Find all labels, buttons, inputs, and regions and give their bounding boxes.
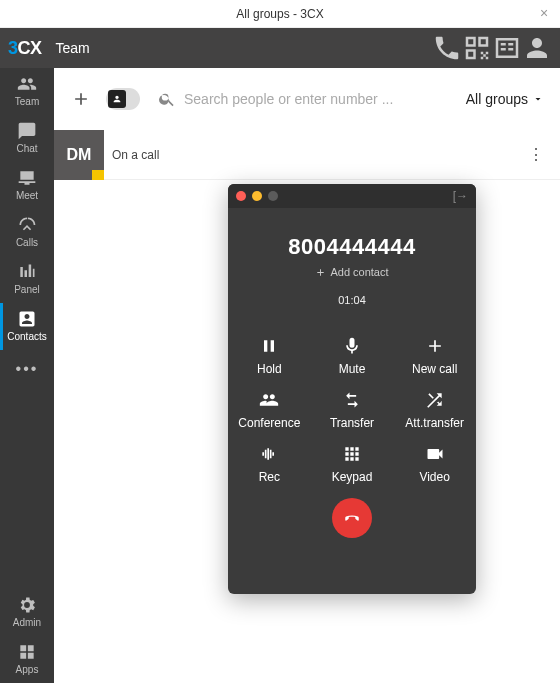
contact-row-body: On a call ⋮ [104,130,560,180]
window-titlebar: All groups - 3CX × [0,0,560,28]
mic-icon [342,336,362,356]
transfer-label: Transfer [330,416,374,430]
shuffle-icon [425,390,445,410]
call-panel: [→ 8004444444 Add contact 01:04 Hold [228,184,476,594]
nav-panel[interactable]: Panel [0,256,54,303]
contact-row[interactable]: DM On a call ⋮ [54,130,560,180]
keypad-icon [342,444,362,464]
call-panel-header: [→ [228,184,476,208]
nav-more[interactable]: ••• [0,350,54,388]
conference-label: Conference [238,416,300,430]
logo-three: 3 [8,38,18,58]
nav-apps-label: Apps [16,664,39,675]
nav-apps[interactable]: Apps [0,636,54,683]
add-button[interactable] [64,82,98,116]
video-button[interactable]: Video [393,444,476,484]
video-label: Video [419,470,449,484]
nav-contacts[interactable]: Contacts [0,303,54,350]
status-indicator [92,170,104,180]
logo-3cx: 3CX [8,38,42,59]
add-contact-button[interactable]: Add contact [315,266,388,278]
nav-chat-label: Chat [16,143,37,154]
rec-label: Rec [259,470,280,484]
nav-meet[interactable]: Meet [0,162,54,209]
call-number: 8004444444 [228,234,476,260]
logo-cx: CX [18,38,42,58]
contact-list: DM On a call ⋮ [→ 8004444444 [54,130,560,683]
avatar-initials: DM [67,146,92,164]
plus-icon [425,336,445,356]
hangup-button[interactable] [332,498,372,538]
profile-icon[interactable] [522,33,552,63]
toggle-knob-icon [108,90,126,108]
conference-icon [259,390,279,410]
guide-icon[interactable] [492,33,522,63]
nav-team[interactable]: Team [0,68,54,115]
dialer-icon[interactable] [432,33,462,63]
row-more-icon[interactable]: ⋮ [522,141,550,168]
nav-admin-label: Admin [13,617,41,628]
hangup-icon [342,508,362,528]
nav-calls[interactable]: Calls [0,209,54,256]
top-bar: 3CX Team [0,28,560,68]
att-transfer-button[interactable]: Att.transfer [393,390,476,430]
avatar: DM [54,130,104,180]
keypad-label: Keypad [332,470,373,484]
nav-contacts-label: Contacts [7,331,46,342]
group-filter[interactable]: All groups [460,87,550,111]
pause-icon [259,336,279,356]
mute-label: Mute [339,362,366,376]
traffic-zoom-icon [268,191,278,201]
group-filter-label: All groups [466,91,528,107]
hold-label: Hold [257,362,282,376]
nav-panel-label: Panel [14,284,40,295]
nav-calls-label: Calls [16,237,38,248]
main-column: All groups DM On a call ⋮ [54,68,560,683]
top-team-label: Team [56,40,90,56]
video-icon [425,444,445,464]
call-actions-grid: Hold Mute New call Conference [228,336,476,484]
call-duration: 01:04 [228,294,476,306]
mute-button[interactable]: Mute [311,336,394,376]
toolbar: All groups [54,68,560,130]
search-field[interactable] [148,90,452,108]
search-input[interactable] [184,91,452,107]
att-transfer-label: Att.transfer [405,416,464,430]
record-icon [259,444,279,464]
transfer-button[interactable]: Transfer [311,390,394,430]
call-info: 8004444444 Add contact 01:04 [228,234,476,306]
chevron-down-icon [532,93,544,105]
nav-team-label: Team [15,96,39,107]
conference-button[interactable]: Conference [228,390,311,430]
new-call-label: New call [412,362,457,376]
plus-icon [315,267,326,278]
keypad-button[interactable]: Keypad [311,444,394,484]
nav-chat[interactable]: Chat [0,115,54,162]
window-close-icon[interactable]: × [536,5,552,21]
window-title: All groups - 3CX [236,7,323,21]
traffic-close-icon[interactable] [236,191,246,201]
hold-button[interactable]: Hold [228,336,311,376]
nav-admin[interactable]: Admin [0,589,54,636]
new-call-button[interactable]: New call [393,336,476,376]
qr-icon[interactable] [462,33,492,63]
left-nav: Team Chat Meet Calls Panel Contacts ••• … [0,68,54,683]
add-contact-label: Add contact [330,266,388,278]
popout-icon[interactable]: [→ [453,189,468,203]
contact-status-text: On a call [104,148,159,162]
rec-button[interactable]: Rec [228,444,311,484]
nav-meet-label: Meet [16,190,38,201]
view-toggle[interactable] [106,88,140,110]
search-icon [158,90,176,108]
transfer-icon [342,390,362,410]
traffic-minimize-icon[interactable] [252,191,262,201]
